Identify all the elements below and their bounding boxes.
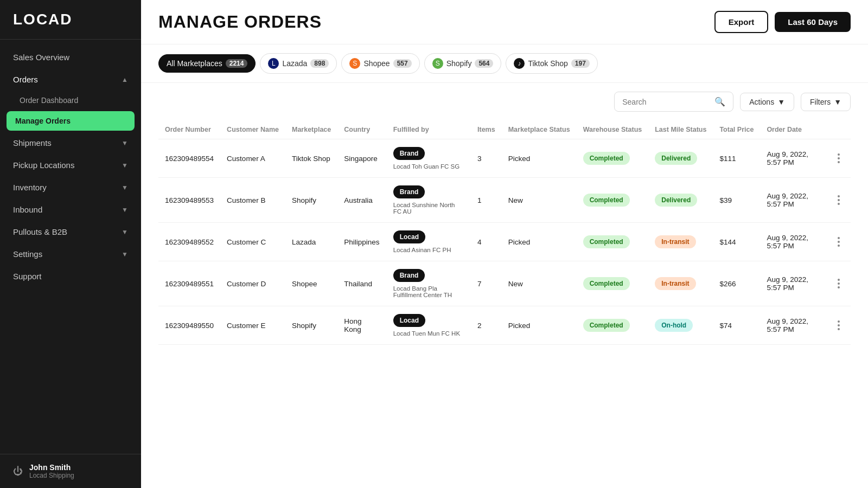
marketplace-tabs: All Marketplaces 2214 L Lazada 898 S Sho…	[141, 44, 868, 83]
tab-shopee[interactable]: S Shopee 557	[341, 53, 419, 74]
sidebar-item-pullouts[interactable]: Pullouts & B2B ▼	[0, 221, 141, 243]
search-box[interactable]: 🔍	[614, 92, 733, 112]
cell-fulfilled-by: Locad Locad Tuen Mun FC HK	[387, 306, 471, 345]
more-button[interactable]	[833, 193, 844, 207]
sidebar-item-shipments[interactable]: Shipments ▼	[0, 132, 141, 154]
sidebar-sub-item-order-dashboard[interactable]: Order Dashboard	[0, 91, 141, 110]
sidebar-item-support[interactable]: Support	[0, 265, 141, 287]
status-badge-lastmile: In-transit	[655, 235, 695, 248]
filters-label: Filters	[810, 98, 831, 106]
cell-last-mile-status: In-transit	[648, 223, 713, 261]
main-header: Manage Orders Export Last 60 Days	[141, 0, 868, 44]
sidebar-item-inventory[interactable]: Inventory ▼	[0, 176, 141, 198]
tab-count: 2214	[226, 59, 248, 68]
dot	[838, 279, 840, 281]
more-button[interactable]	[833, 318, 844, 332]
dot	[838, 195, 840, 197]
table-row: 162309489553 Customer B Shopify Australi…	[158, 178, 851, 223]
sidebar-item-settings[interactable]: Settings ▼	[0, 243, 141, 265]
status-badge-warehouse: Completed	[583, 277, 630, 290]
tab-count: 557	[393, 59, 412, 68]
dot	[838, 286, 840, 288]
sidebar: LOCAD Sales Overview Orders ▲ Order Dash…	[0, 0, 141, 488]
chevron-down-icon: ▼	[122, 228, 128, 236]
cell-items: 1	[471, 178, 502, 223]
cell-warehouse-status: Completed	[577, 306, 649, 345]
cell-marketplace: Lazada	[285, 223, 337, 261]
sidebar-item-inbound[interactable]: Inbound ▼	[0, 198, 141, 221]
sidebar-nav: Sales Overview Orders ▲ Order Dashboard …	[0, 40, 141, 454]
cell-warehouse-status: Completed	[577, 178, 649, 223]
shopify-icon: S	[432, 58, 443, 69]
sidebar-item-pickup-locations[interactable]: Pickup Locations ▼	[0, 154, 141, 176]
tab-all-marketplaces[interactable]: All Marketplaces 2214	[158, 54, 256, 73]
tab-shopify[interactable]: S Shopify 564	[424, 53, 502, 74]
cell-total-price: $266	[713, 261, 760, 306]
cell-items: 7	[471, 261, 502, 306]
dot	[838, 199, 840, 201]
tab-label: All Marketplaces	[167, 59, 222, 68]
more-button[interactable]	[833, 151, 844, 165]
cell-customer-name: Customer B	[220, 178, 285, 223]
chevron-down-icon: ▼	[777, 98, 785, 106]
table-area: 🔍 Actions ▼ Filters ▼ Order Number Custo…	[141, 83, 868, 488]
dot	[838, 241, 840, 243]
chevron-down-icon: ▼	[122, 162, 128, 169]
tiktok-icon: ♪	[514, 58, 525, 69]
more-button[interactable]	[833, 235, 844, 249]
status-badge-lastmile: In-transit	[655, 277, 695, 290]
cell-more[interactable]	[827, 223, 851, 261]
col-marketplace: Marketplace	[285, 120, 337, 139]
table-toolbar: 🔍 Actions ▼ Filters ▼	[158, 83, 851, 120]
cell-country: Philippines	[337, 223, 386, 261]
cell-order-number: 162309489552	[158, 223, 220, 261]
sidebar-sub-item-manage-orders[interactable]: Manage Orders	[7, 111, 135, 131]
cell-last-mile-status: Delivered	[648, 139, 713, 178]
cell-fulfilled-by: Brand Locad Toh Guan FC SG	[387, 139, 471, 178]
cell-marketplace-status: Picked	[502, 223, 577, 261]
sidebar-item-label: Settings	[13, 249, 42, 259]
tab-tiktok-shop[interactable]: ♪ Tiktok Shop 197	[506, 53, 597, 74]
sidebar-item-label: Pickup Locations	[13, 160, 74, 170]
cell-customer-name: Customer A	[220, 139, 285, 178]
sidebar-item-orders[interactable]: Orders ▲	[0, 68, 141, 91]
date-range-button[interactable]: Last 60 Days	[775, 12, 851, 32]
dot	[838, 153, 840, 156]
search-icon: 🔍	[714, 97, 725, 107]
col-customer-name: Customer Name	[220, 120, 285, 139]
sidebar-item-label: Sales Overview	[13, 53, 69, 62]
sidebar-item-sales-overview[interactable]: Sales Overview	[0, 46, 141, 68]
tab-count: 564	[475, 59, 493, 68]
cell-more[interactable]	[827, 178, 851, 223]
table-row: 162309489554 Customer A Tiktok Shop Sing…	[158, 139, 851, 178]
search-input[interactable]	[622, 98, 710, 106]
cell-items: 3	[471, 139, 502, 178]
cell-order-number: 162309489554	[158, 139, 220, 178]
cell-customer-name: Customer E	[220, 306, 285, 345]
cell-total-price: $111	[713, 139, 760, 178]
tab-count: 898	[310, 59, 329, 68]
cell-fulfilled-by: Locad Locad Asinan FC PH	[387, 223, 471, 261]
dot	[838, 237, 840, 239]
actions-button[interactable]: Actions ▼	[740, 93, 794, 111]
status-badge-lastmile: Delivered	[655, 152, 697, 165]
fulfilled-sub: Locad Tuen Mun FC HK	[393, 330, 464, 337]
cell-items: 2	[471, 306, 502, 345]
more-button[interactable]	[833, 277, 844, 291]
sidebar-sub-label-active: Manage Orders	[15, 117, 71, 125]
col-order-date: Order Date	[760, 120, 827, 139]
dot	[838, 161, 840, 163]
cell-last-mile-status: In-transit	[648, 261, 713, 306]
cell-marketplace-status: New	[502, 261, 577, 306]
cell-more[interactable]	[827, 261, 851, 306]
dot	[838, 320, 840, 323]
cell-marketplace-status: Picked	[502, 306, 577, 345]
filters-button[interactable]: Filters ▼	[801, 93, 851, 111]
tab-lazada[interactable]: L Lazada 898	[260, 53, 337, 74]
export-button[interactable]: Export	[714, 11, 769, 33]
fulfilled-badge: Brand	[393, 147, 425, 160]
cell-more[interactable]	[827, 139, 851, 178]
cell-more[interactable]	[827, 306, 851, 345]
lazada-icon: L	[268, 58, 279, 69]
chevron-down-icon: ▼	[834, 98, 841, 106]
